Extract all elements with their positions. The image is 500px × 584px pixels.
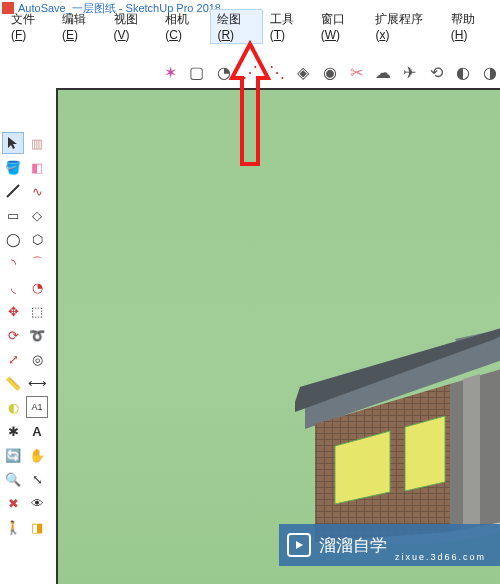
svg-marker-9 <box>463 374 480 534</box>
three-point-arc-tool[interactable]: ◟ <box>2 276 24 298</box>
menu-window[interactable]: 窗口(W) <box>314 9 369 44</box>
watermark: 溜溜自学 zixue.3d66.com <box>279 524 500 566</box>
left-toolbar: ▥ 🪣 ◧ ∿ ▭ ◇ ◯ ⬡ ◝ ⌒ ◟ ◔ ✥ ⬚ ⟳ ➰ ⤢ ◎ 📏 ⟷ <box>0 130 52 584</box>
menu-bar: 文件(F) 编辑(E) 视图(V) 相机(C) 绘图(R) 工具(T) 窗口(W… <box>0 16 500 34</box>
text-tool[interactable]: A1 <box>26 396 48 418</box>
rotated-rectangle-tool[interactable]: ◇ <box>26 204 48 226</box>
sandbox-stamp-icon[interactable]: ⋰ <box>240 61 261 83</box>
scale-tool[interactable]: ⤢ <box>2 348 24 370</box>
play-icon <box>287 533 311 557</box>
menu-draw[interactable]: 绘图(R) <box>210 9 262 44</box>
solid-outer-shell-icon[interactable]: ◈ <box>293 61 314 83</box>
offset-tool[interactable]: ◎ <box>26 348 48 370</box>
menu-edit[interactable]: 编辑(E) <box>55 9 107 44</box>
axes-tool[interactable]: ✱ <box>2 420 24 442</box>
menu-extensions[interactable]: 扩展程序 (x) <box>368 9 443 44</box>
menu-camera[interactable]: 相机(C) <box>158 9 210 44</box>
sandbox-smoove-icon[interactable]: ◔ <box>213 61 234 83</box>
select-tool[interactable] <box>2 132 24 154</box>
zoom-tool[interactable]: 🔍 <box>2 468 24 490</box>
top-toolbar: ✶ ▢ ◔ ⋰ ⋱ ◈ ◉ ✂ ☁ ✈ ⟲ ◐ ◑ <box>160 56 500 88</box>
freehand-tool[interactable]: ∿ <box>26 180 48 202</box>
section-plane-tool[interactable]: ◨ <box>26 516 48 538</box>
solid-union-icon[interactable]: ✂ <box>346 61 367 83</box>
building-model <box>240 284 500 544</box>
push-pull-tool[interactable]: ⬚ <box>26 300 48 322</box>
menu-help[interactable]: 帮助(H) <box>444 9 496 44</box>
zoom-extents-tool[interactable]: ⤡ <box>26 468 48 490</box>
paint-bucket-tool[interactable]: 🪣 <box>2 156 24 178</box>
watermark-brand: 溜溜自学 <box>319 534 387 557</box>
orbit-tool[interactable]: 🔄 <box>2 444 24 466</box>
menu-tools[interactable]: 工具(T) <box>263 9 314 44</box>
move-tool[interactable]: ✥ <box>2 300 24 322</box>
three-d-text-tool[interactable]: A <box>26 420 48 442</box>
solid-trim-icon[interactable]: ✈ <box>399 61 420 83</box>
pan-tool[interactable]: ✋ <box>26 444 48 466</box>
sandbox-from-scratch-icon[interactable]: ▢ <box>187 61 208 83</box>
look-around-tool[interactable]: 👁 <box>26 492 48 514</box>
solid-intersect-icon[interactable]: ◉ <box>320 61 341 83</box>
watermark-url: zixue.3d66.com <box>395 552 486 566</box>
sandbox-drape-icon[interactable]: ⋱ <box>266 61 287 83</box>
circle-tool[interactable]: ◯ <box>2 228 24 250</box>
polygon-tool[interactable]: ⬡ <box>26 228 48 250</box>
line-tool[interactable] <box>2 180 24 202</box>
menu-file[interactable]: 文件(F) <box>4 9 55 44</box>
follow-me-tool[interactable]: ➰ <box>26 324 48 346</box>
tape-measure-tool[interactable]: 📏 <box>2 372 24 394</box>
rectangle-tool[interactable]: ▭ <box>2 204 24 226</box>
position-camera-tool[interactable]: ✖ <box>2 492 24 514</box>
solid-split-icon[interactable]: ⟲ <box>426 61 447 83</box>
dimension-tool[interactable]: ⟷ <box>26 372 48 394</box>
make-component-tool[interactable]: ▥ <box>26 132 48 154</box>
pie-tool[interactable]: ◔ <box>26 276 48 298</box>
extension-b-icon[interactable]: ◑ <box>479 61 500 83</box>
menu-view[interactable]: 视图(V) <box>107 9 159 44</box>
solid-subtract-icon[interactable]: ☁ <box>373 61 394 83</box>
svg-marker-11 <box>405 416 445 491</box>
eraser-tool[interactable]: ◧ <box>26 156 48 178</box>
model-viewport[interactable] <box>56 88 500 584</box>
walk-tool[interactable]: 🚶 <box>2 516 24 538</box>
arc-tool[interactable]: ◝ <box>2 252 24 274</box>
rotate-tool[interactable]: ⟳ <box>2 324 24 346</box>
extension-a-icon[interactable]: ◐ <box>453 61 474 83</box>
two-point-arc-tool[interactable]: ⌒ <box>26 252 48 274</box>
sandbox-from-contours-icon[interactable]: ✶ <box>160 61 181 83</box>
protractor-tool[interactable]: ◐ <box>2 396 24 418</box>
